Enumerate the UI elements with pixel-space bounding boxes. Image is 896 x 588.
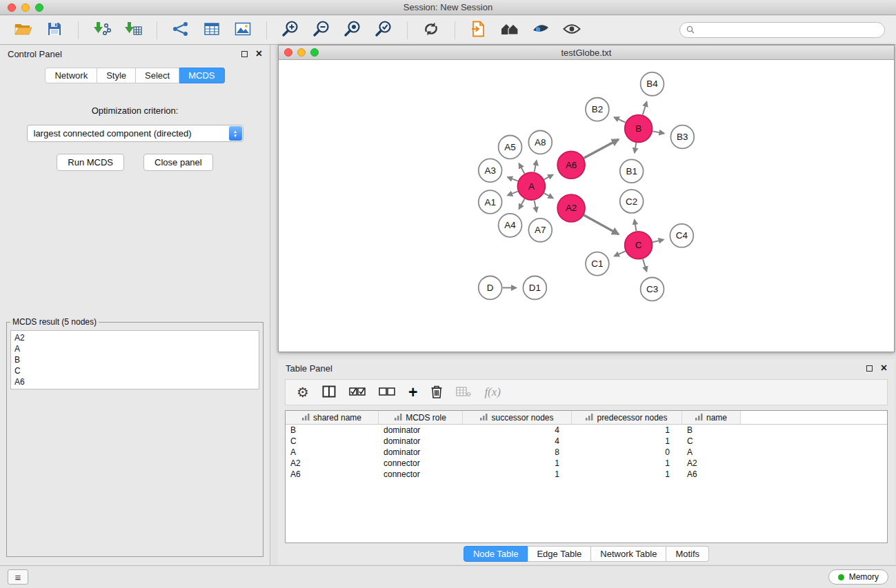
node-A[interactable]: A xyxy=(517,172,545,200)
edge-C-C1[interactable] xyxy=(614,251,625,256)
minimize-window-button[interactable] xyxy=(21,3,30,12)
edge-A-A6[interactable] xyxy=(544,174,553,179)
network-canvas[interactable]: B4B2BB3B1A5A8A6A3AA1A2C2A4A7C4CC1C3DD1 xyxy=(279,60,894,352)
zoom-selected-button[interactable] xyxy=(371,19,396,42)
float-table-panel-icon[interactable] xyxy=(866,365,873,372)
delete-table-button[interactable] xyxy=(456,382,471,403)
table-row[interactable]: Bdominator41B xyxy=(286,425,887,436)
graphics-details-button[interactable] xyxy=(528,19,553,42)
minimize-view-button[interactable] xyxy=(297,48,306,57)
zoom-out-button[interactable] xyxy=(309,19,334,42)
edge-B-B1[interactable] xyxy=(635,143,636,153)
column-header-name[interactable]: name xyxy=(682,411,741,424)
node-C1[interactable]: C1 xyxy=(586,252,609,276)
edge-B-B4[interactable] xyxy=(643,102,647,115)
node-B3[interactable]: B3 xyxy=(670,125,694,149)
edge-A-A4[interactable] xyxy=(519,199,524,209)
node-D1[interactable]: D1 xyxy=(523,276,546,300)
edge-A-A8[interactable] xyxy=(535,161,537,172)
edge-A2-C[interactable] xyxy=(584,215,618,234)
tab-node-table[interactable]: Node Table xyxy=(464,546,528,562)
close-window-button[interactable] xyxy=(8,3,16,12)
create-column-button[interactable]: + xyxy=(408,382,417,403)
zoom-in-button[interactable] xyxy=(278,19,303,42)
edge-A-A7[interactable] xyxy=(535,201,537,212)
tab-style[interactable]: Style xyxy=(97,68,136,83)
table-row[interactable]: Adominator80A xyxy=(286,447,887,458)
edge-A-A2[interactable] xyxy=(544,193,553,198)
zoom-window-button[interactable] xyxy=(35,3,43,12)
mcds-result-item[interactable]: A2 xyxy=(14,332,255,343)
edge-A-A1[interactable] xyxy=(508,192,518,196)
function-builder-button[interactable]: f(x) xyxy=(484,382,501,403)
float-panel-icon[interactable] xyxy=(241,51,248,57)
tab-select[interactable]: Select xyxy=(136,68,179,83)
tab-edge-table[interactable]: Edge Table xyxy=(528,546,591,562)
unselect-all-columns-button[interactable] xyxy=(379,382,395,403)
delete-column-button[interactable] xyxy=(430,382,443,403)
node-C4[interactable]: C4 xyxy=(670,224,693,247)
node-A8[interactable]: A8 xyxy=(528,131,552,154)
mcds-result-item[interactable]: B xyxy=(14,354,255,365)
close-view-button[interactable] xyxy=(284,48,292,57)
node-A6[interactable]: A6 xyxy=(557,151,585,179)
node-A1[interactable]: A1 xyxy=(479,190,502,214)
new-network-table-button[interactable] xyxy=(199,19,224,42)
open-document-button[interactable] xyxy=(466,19,491,42)
show-hide-button[interactable] xyxy=(559,19,584,42)
column-header-mcds-role[interactable]: MCDS role xyxy=(379,411,463,424)
open-session-button[interactable] xyxy=(11,19,36,42)
mcds-result-item[interactable]: A6 xyxy=(14,376,255,387)
zoom-fit-button[interactable] xyxy=(340,19,365,42)
mcds-result-item[interactable]: A xyxy=(14,343,255,354)
node-B2[interactable]: B2 xyxy=(586,98,609,121)
tab-motifs[interactable]: Motifs xyxy=(666,546,709,562)
export-image-button[interactable] xyxy=(230,19,255,42)
node-A3[interactable]: A3 xyxy=(479,159,502,182)
edge-C-C2[interactable] xyxy=(635,220,637,231)
table-row[interactable]: Cdominator41C xyxy=(286,436,887,447)
edge-A-A3[interactable] xyxy=(508,177,518,181)
edge-B-B2[interactable] xyxy=(614,117,625,123)
table-settings-button[interactable]: ⚙ xyxy=(297,382,309,403)
mcds-result-list[interactable]: A2ABCA6 xyxy=(10,330,259,389)
node-A2[interactable]: A2 xyxy=(557,194,585,222)
node-C3[interactable]: C3 xyxy=(641,278,664,301)
close-panel-button[interactable]: Close panel xyxy=(143,154,213,171)
node-A7[interactable]: A7 xyxy=(528,219,552,242)
node-C2[interactable]: C2 xyxy=(620,190,644,213)
new-network-button[interactable] xyxy=(168,19,193,42)
column-header-shared-name[interactable]: shared name xyxy=(286,411,379,424)
node-A5[interactable]: A5 xyxy=(499,135,522,159)
node-D[interactable]: D xyxy=(479,276,502,300)
save-session-button[interactable] xyxy=(42,19,67,42)
tab-mcds[interactable]: MCDS xyxy=(179,68,224,83)
run-mcds-button[interactable]: Run MCDS xyxy=(57,154,124,171)
column-header-successor-nodes[interactable]: successor nodes xyxy=(463,411,572,424)
close-panel-icon[interactable]: × xyxy=(256,48,262,59)
close-table-panel-icon[interactable]: × xyxy=(881,363,887,374)
tab-network-table[interactable]: Network Table xyxy=(591,546,666,562)
memory-button[interactable]: Memory xyxy=(828,569,888,585)
home-views-button[interactable] xyxy=(497,19,522,42)
edge-C-C4[interactable] xyxy=(653,240,664,243)
table-row[interactable]: A6connector11A6 xyxy=(286,469,887,480)
node-B[interactable]: B xyxy=(625,115,653,143)
criterion-select[interactable]: largest connected component (directed) ▲… xyxy=(27,125,243,142)
node-B4[interactable]: B4 xyxy=(641,72,664,96)
tab-network[interactable]: Network xyxy=(45,68,97,83)
node-B1[interactable]: B1 xyxy=(620,159,644,183)
import-network-from-file-button[interactable] xyxy=(90,19,115,42)
select-all-columns-button[interactable] xyxy=(349,382,366,403)
search-input[interactable] xyxy=(699,26,878,35)
column-header-predecessor-nodes[interactable]: predecessor nodes xyxy=(572,411,682,424)
edge-A-A5[interactable] xyxy=(519,163,524,174)
edge-B-B3[interactable] xyxy=(653,131,664,133)
edge-A6-B[interactable] xyxy=(584,139,618,158)
show-columns-button[interactable] xyxy=(322,382,336,403)
refresh-layout-button[interactable] xyxy=(419,19,444,42)
show-panels-button[interactable]: ≡ xyxy=(8,569,28,585)
zoom-view-button[interactable] xyxy=(310,48,319,57)
import-table-from-file-button[interactable] xyxy=(121,19,146,42)
node-C[interactable]: C xyxy=(625,232,653,259)
